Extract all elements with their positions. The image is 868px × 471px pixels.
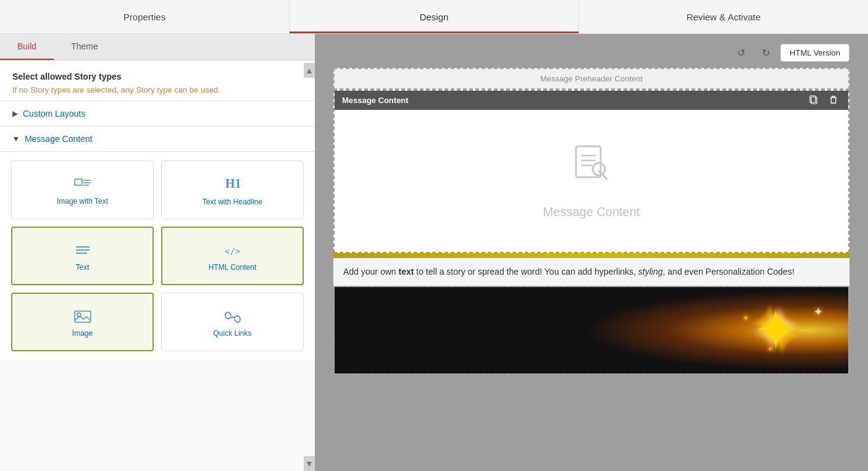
scroll-arrow-up[interactable]: ▲ [304,63,315,78]
text-desc-part2: to tell a story or spread the word! You … [414,267,638,277]
message-content-placeholder-text: Message Content [543,205,640,219]
card-quick-links-label: Quick Links [213,329,251,338]
card-quick-links[interactable]: Quick Links [161,293,304,351]
text-with-headline-icon: H1 [223,178,242,193]
sub-tabs: Build Theme [0,34,315,60]
message-content-section-header[interactable]: ▼ Message Content [0,127,315,152]
tab-theme[interactable]: Theme [54,34,115,60]
tab-build[interactable]: Build [0,34,54,60]
sparkle-decoration-2: ✦ [742,313,749,323]
nav-properties[interactable]: Properties [0,0,290,33]
left-panel: Build Theme ▲ Select allowed Story types… [0,34,315,471]
design-canvas-area: ↺ ↻ HTML Version Message Preheader Conte… [315,34,868,471]
story-types-description: If no Story types are selected, any Stor… [12,85,303,94]
html-version-button[interactable]: HTML Version [780,44,849,62]
image-with-text-icon [74,178,91,192]
story-types-section: Select allowed Story types If no Story t… [0,60,315,101]
card-image-label: Image [72,329,93,338]
text-desc-italic: styling [638,267,663,277]
copy-block-button[interactable] [806,94,821,106]
text-desc-part1: Add your own [343,267,399,277]
svg-rect-9 [75,311,91,322]
top-navigation: Properties Design Review & Activate [0,0,868,34]
tab-theme-label: Theme [71,41,98,51]
nav-design-label: Design [420,12,449,22]
nav-review[interactable]: Review & Activate [579,0,868,33]
header-actions [806,94,841,106]
svg-rect-14 [576,146,601,177]
preheader-label: Message Preheader Content [540,74,643,83]
text-desc-part3: , and even Personalization Codes! [663,267,795,277]
card-text-label: Text [75,263,89,272]
card-html-content[interactable]: </> HTML Content [161,227,304,285]
svg-rect-0 [75,179,82,185]
sparkler-visual: ✦ [753,302,799,358]
layout-cards-grid: Image with Text H1 Text with Headline [0,152,315,360]
image-block: ✦ ✦ ✦ ✦ [333,286,849,375]
card-text-with-headline[interactable]: H1 Text with Headline [161,160,304,219]
message-content-body: Message Content [335,110,848,252]
card-text-with-headline-label: Text with Headline [202,198,262,206]
preheader-area[interactable]: Message Preheader Content [333,68,849,90]
tab-build-label: Build [17,41,36,51]
message-content-header: Message Content [335,91,848,110]
image-icon [74,311,91,324]
card-html-content-label: HTML Content [209,263,257,272]
message-content-section-label: Message Content [25,134,93,144]
scroll-arrow-down[interactable]: ▼ [304,456,315,471]
document-icon [570,143,613,195]
message-content-header-label: Message Content [342,96,409,105]
text-desc-bold: text [399,267,414,277]
svg-text:</>: </> [225,246,240,256]
card-image-with-text-label: Image with Text [57,197,108,206]
text-icon [75,244,91,258]
custom-layouts-header[interactable]: ▶ Custom Layouts [0,101,315,127]
custom-layouts-label: Custom Layouts [23,109,85,119]
html-version-label: HTML Version [790,48,840,57]
card-image[interactable]: Image [11,293,154,351]
panel-scrollable-content: Select allowed Story types If no Story t… [0,60,315,471]
redo-button[interactable]: ↻ [756,43,775,62]
delete-block-button[interactable] [826,94,841,106]
text-description-block: Add your own text to tell a story or spr… [333,258,849,286]
html-content-icon: </> [223,244,242,258]
chevron-down-icon: ▼ [12,135,20,143]
svg-point-18 [593,163,605,175]
card-image-with-text[interactable]: Image with Text [11,160,154,219]
card-text[interactable]: Text [11,227,154,285]
gold-divider [333,253,849,258]
story-types-title: Select allowed Story types [12,72,303,81]
undo-button[interactable]: ↺ [731,43,751,62]
quick-links-icon [225,311,241,324]
sparkle-decoration: ✦ [813,304,824,319]
nav-design[interactable]: Design [290,0,579,33]
sparkle-decoration-3: ✦ [766,343,774,355]
svg-text:H1: H1 [225,178,241,190]
nav-properties-label: Properties [123,12,165,22]
chevron-right-icon: ▶ [12,109,18,118]
image-placeholder: ✦ ✦ ✦ ✦ [335,287,848,373]
message-content-block: Message Content [333,90,849,253]
nav-review-label: Review & Activate [686,12,761,22]
main-area: Build Theme ▲ Select allowed Story types… [0,34,868,471]
design-toolbar: ↺ ↻ HTML Version [731,34,849,71]
email-canvas: Message Preheader Content Message Conten… [333,68,849,375]
